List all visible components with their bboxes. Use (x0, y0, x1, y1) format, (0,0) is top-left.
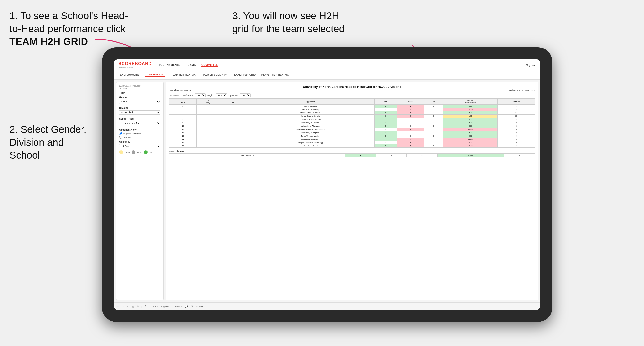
colour-section: Colour by Win/loss Down Level Up (119, 141, 160, 154)
table-row: 8 2 University of Washington 1 0 0 3.67 … (169, 118, 535, 121)
table-row: 3 2 Vanderbilt University 0 4 0 -2.29 8 (169, 108, 535, 111)
share-btn[interactable]: Share (195, 305, 203, 308)
out-div-row: NCAA Division II 1 0 0 26.00 3 (169, 154, 535, 157)
sub-nav: TEAM SUMMARY TEAM H2H GRID TEAM H2H HEAT… (114, 71, 540, 80)
table-row: 15 4 Georgia Institute of Technology 0 1… (169, 141, 535, 144)
watch-btn[interactable]: Watch (174, 305, 183, 308)
table-row: 16 3 University of Florida 3 1 0 -6.42 9 (169, 144, 535, 148)
table-row: 6 2 Florida State University 1 2 0 1.83 … (169, 115, 535, 118)
radio-top-100[interactable]: Top 100 (119, 136, 160, 139)
radio-opponents-played[interactable]: Opponents Played (119, 132, 160, 135)
view-btn[interactable]: View: Original (152, 305, 170, 308)
ann3-text-2: grid for the team selected (232, 23, 345, 34)
col-rounds: Rounds (498, 99, 535, 105)
opponent-filter[interactable]: (All) (240, 93, 250, 97)
col-diff: Diff AvStrokes/Rnd (444, 99, 498, 105)
table-row: 11 6 University of Arkansas, Fayettevill… (169, 128, 535, 131)
bottom-toolbar: ↩ ↪ ◁ ⎘ ⊡ | ⏱ | View: Original | Watch 💬… (114, 303, 540, 310)
table-row: 4 1 Arizona State University 5 1 0 2.29 … (169, 111, 535, 115)
nav-tournaments[interactable]: TOURNAMENTS (159, 63, 180, 67)
out-division-table: NCAA Division II 1 0 0 26.00 3 (169, 153, 535, 157)
col-conf: #Conf (220, 99, 246, 105)
table-row: 13 1 Texas Tech University 3 0 0 5.56 9 (169, 134, 535, 138)
table-row: 10 5 University of Alabama 3 0 0 2.61 8 (169, 125, 535, 128)
annotation-3: 3. You will now see H2H grid for the tea… (232, 9, 345, 35)
gender-label: Gender (119, 96, 160, 99)
ann2-text-2: Division and (10, 137, 64, 148)
gender-select[interactable]: Men's (119, 100, 160, 104)
nav-committee[interactable]: COMMITTEE (202, 63, 218, 67)
logo-area: SCOREBOARD Powered by clippi (118, 61, 152, 69)
copy-btn[interactable]: ⎘ (131, 305, 134, 308)
col-tie: Tie (424, 99, 444, 105)
redo-btn[interactable]: ↪ (122, 305, 125, 308)
undo-btn[interactable]: ↩ (116, 305, 120, 308)
team-label: Team (119, 92, 160, 94)
colour-up (144, 150, 148, 154)
sidebar: Last Updated: 27/03/2024 16:55:38 Team G… (116, 82, 164, 300)
nav-teams[interactable]: TEAMS (186, 63, 196, 67)
layout-btn[interactable]: ⊞ (190, 305, 194, 308)
annotation-2: 2. Select Gender, Division and School (10, 123, 86, 162)
col-rank: #Rank (169, 99, 197, 105)
sub-nav-team-h2h-grid[interactable]: TEAM H2H GRID (145, 73, 165, 77)
col-opponent: Opponent (246, 99, 374, 105)
clock-btn[interactable]: ⏱ (144, 305, 148, 308)
ann2-text-1: 2. Select Gender, (10, 124, 86, 135)
colour-level (132, 150, 135, 154)
nav-items: TOURNAMENTS TEAMS COMMITTEE (159, 63, 218, 67)
ann1-text-1: 1. To see a School's Head- (10, 10, 128, 21)
back-btn[interactable]: ◁ (126, 305, 130, 308)
sign-out-button[interactable]: | Sign out (525, 64, 536, 66)
sidebar-timestamp: Last Updated: 27/03/2024 16:55:38 (119, 85, 160, 89)
crop-btn[interactable]: ⊡ (136, 305, 139, 308)
h2h-table: #Rank #Reg #Conf Opponent Win Loss Tie D… (169, 98, 535, 148)
division-label: Division (119, 107, 160, 109)
colour-label: Colour by (119, 141, 160, 143)
table-row: 9 3 University of Arizona 1 0 0 9.00 2 (169, 121, 535, 125)
col-reg: #Reg (197, 99, 220, 105)
sub-nav-team-summary[interactable]: TEAM SUMMARY (118, 74, 139, 77)
table-row: 2 1 Auburn University 2 1 0 1.67 9 (169, 105, 535, 108)
records-row: Overall Record: 89 - 17 - 0 Division Rec… (169, 89, 535, 92)
conference-filter[interactable]: (All) (195, 93, 206, 97)
ann2-text-3: School (10, 150, 40, 161)
school-select[interactable]: 1. University of Nort... (119, 121, 160, 125)
table-row: 14 2 University of Oklahoma 1 2 0 -1.00 … (169, 138, 535, 141)
division-select[interactable]: NCAA Division I (119, 110, 160, 115)
ann3-text-1: 3. You will now see H2H (232, 10, 339, 21)
sub-nav-player-h2h-grid[interactable]: PLAYER H2H GRID (232, 74, 256, 77)
logo-text: SCOREBOARD (118, 61, 152, 66)
colour-select[interactable]: Win/loss (119, 144, 160, 148)
tablet-screen: SCOREBOARD Powered by clippi TOURNAMENTS… (114, 59, 540, 310)
opponent-view-label: Opponent View (119, 129, 160, 131)
logo-sub: Powered by clippi (118, 67, 152, 69)
app-nav: SCOREBOARD Powered by clippi TOURNAMENTS… (114, 59, 540, 71)
col-win: Win (374, 99, 397, 105)
out-of-division-label: Out of division (169, 150, 535, 153)
sub-nav-team-h2h-heatmap[interactable]: TEAM H2H HEATMAP (171, 74, 198, 77)
filter-row: Opponents: Conference (All) Region (All)… (169, 93, 535, 97)
table-row: 12 3 University of Virginia 1 0 0 2.33 3 (169, 131, 535, 134)
tablet-frame: SCOREBOARD Powered by clippi TOURNAMENTS… (102, 47, 552, 322)
colour-legend: Down Level Up (119, 150, 160, 154)
opponent-view-group: Opponents Played Top 100 (119, 132, 160, 139)
comment-btn[interactable]: 💬 (184, 305, 189, 308)
ann1-bold: TEAM H2H GRID (10, 36, 88, 47)
col-loss: Loss (397, 99, 424, 105)
annotation-1: 1. To see a School's Head- to-Head perfo… (10, 9, 128, 48)
ann1-text-2: to-Head performance click (10, 23, 126, 34)
table-area: University of North Carolina Head-to-Hea… (166, 82, 538, 300)
main-content: Last Updated: 27/03/2024 16:55:38 Team G… (114, 80, 540, 303)
region-filter[interactable]: (All) (216, 93, 227, 97)
school-label: School (Rank) (119, 117, 160, 120)
table-title: University of North Carolina Head-to-Hea… (169, 85, 535, 89)
colour-down (119, 150, 123, 154)
sub-nav-player-summary[interactable]: PLAYER SUMMARY (203, 74, 227, 77)
sub-nav-player-h2h-heatmap[interactable]: PLAYER H2H HEATMAP (262, 74, 290, 77)
